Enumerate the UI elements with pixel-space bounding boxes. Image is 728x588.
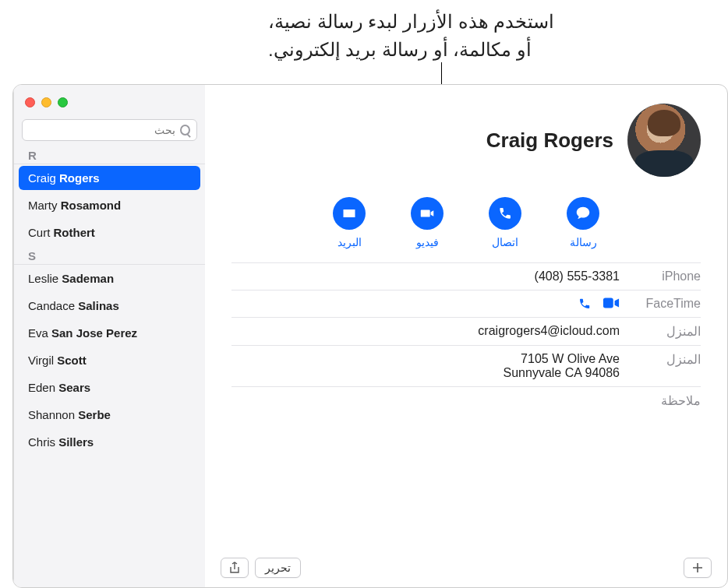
facetime-row[interactable]: FaceTime [231,290,701,317]
address-line1: 7105 W Olive Ave [231,352,620,366]
close-window-button[interactable] [25,97,35,107]
contact-item[interactable]: Virgil Scott [14,347,205,374]
video-label: فيديو [416,236,439,248]
contact-item[interactable]: Chris Sillers [14,428,205,456]
contact-item[interactable]: Marty Rosamond [14,192,205,219]
contact-item[interactable]: Leslie Sademan [14,265,205,292]
contact-item[interactable]: Eden Sears [14,374,205,401]
edit-button[interactable]: تحرير [255,558,301,578]
email-row[interactable]: المنزل craigrogers4@icloud.com [231,317,701,345]
annotation-line1: استخدم هذه الأزرار لبدء رسالة نصية، [268,8,603,36]
message-button[interactable]: رسالة [567,197,599,248]
avatar[interactable] [627,104,701,177]
facetime-video-icon[interactable] [603,297,620,309]
facetime-label: FaceTime [631,297,701,311]
call-button[interactable]: اتصال [489,197,521,248]
message-icon [567,197,599,230]
contact-item[interactable]: Curt Rothert [14,219,205,246]
contacts-window: RCraig RogersMarty RosamondCurt RothertS… [12,84,728,588]
video-button[interactable]: فيديو [411,197,444,248]
phone-value: (408) 555-3381 [231,269,620,283]
search-input[interactable] [29,124,175,136]
section-header: R [14,146,205,164]
window-controls [14,85,205,119]
note-label[interactable]: ملاحظة [205,387,727,414]
annotation-line2: أو مكالمة، أو رسالة بريد إلكتروني. [268,36,603,64]
email-value: craigrogers4@icloud.com [231,324,620,338]
address-line2: Sunnyvale CA 94086 [231,366,620,380]
minimize-window-button[interactable] [41,97,51,107]
contact-detail: Craig Rogers رسالة اتصال فيديو [205,85,727,587]
mail-label: البريد [337,236,362,248]
sidebar: RCraig RogersMarty RosamondCurt RothertS… [13,85,205,587]
address-row[interactable]: المنزل 7105 W Olive Ave Sunnyvale CA 940… [231,345,701,387]
mail-button[interactable]: البريد [333,197,366,248]
mail-icon [333,197,366,230]
search-icon [180,125,190,136]
email-label: المنزل [631,324,701,339]
address-label: المنزل [631,352,701,367]
search-field[interactable] [22,119,197,141]
contact-list[interactable]: RCraig RogersMarty RosamondCurt RothertS… [14,146,205,587]
contact-item[interactable]: Craig Rogers [19,166,200,190]
add-contact-button[interactable] [684,558,712,578]
phone-icon [489,197,521,230]
facetime-audio-icon[interactable] [574,297,592,309]
contact-item[interactable]: Eva San Jose Perez [14,319,205,347]
bottom-toolbar: تحرير [205,548,727,587]
svg-rect-0 [603,298,613,308]
video-icon [411,197,444,230]
contact-item[interactable]: Candace Salinas [14,292,205,319]
action-buttons: رسالة اتصال فيديو البريد [205,177,727,262]
phone-row[interactable]: iPhone (408) 555-3381 [231,262,701,290]
call-label: اتصال [492,236,518,248]
address-value: 7105 W Olive Ave Sunnyvale CA 94086 [231,352,620,380]
annotation-callout: استخدم هذه الأزرار لبدء رسالة نصية، أو م… [268,8,603,64]
contact-name: Craig Rogers [486,129,613,153]
zoom-window-button[interactable] [58,97,68,107]
phone-label: iPhone [631,269,701,283]
section-header: S [14,246,205,265]
message-label: رسالة [570,236,597,248]
contact-item[interactable]: Shannon Serbe [14,401,205,428]
share-button[interactable] [221,558,249,578]
